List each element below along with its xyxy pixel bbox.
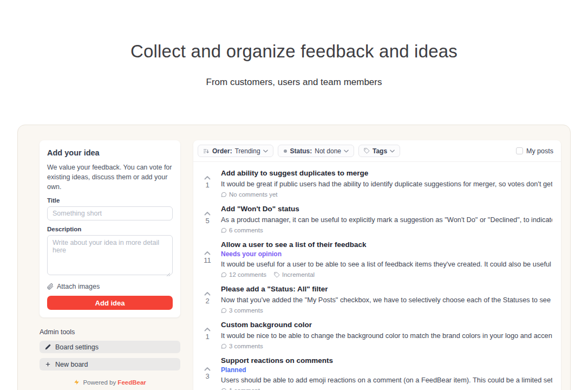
filter-bar: Order: Trending Status: Not done Tags My… [193, 140, 561, 162]
status-filter-button[interactable]: Status: Not done [278, 145, 354, 157]
upvote-control[interactable]: 11 [198, 240, 217, 278]
post-title[interactable]: Allow a user to see a list of their feed… [221, 240, 552, 249]
post-excerpt: Now that you've added the "My Posts" che… [221, 296, 552, 304]
post-excerpt: It would be great if public users had th… [221, 180, 552, 188]
post-title[interactable]: Support reactions on comments [221, 356, 552, 365]
order-filter-value: Trending [235, 147, 260, 155]
post-item: 3 Support reactions on comments Planned … [198, 356, 552, 390]
status-badge: Needs your opinion [221, 251, 552, 257]
hero-section: Collect and organize feedback and ideas … [0, 0, 588, 88]
comments-count: 6 comments [229, 227, 263, 233]
upvote-icon [204, 327, 211, 332]
paperclip-icon [47, 283, 54, 290]
pencil-icon [45, 344, 51, 350]
post-excerpt: It would be nice to be able to change th… [221, 332, 552, 340]
lightning-icon [74, 379, 80, 385]
my-posts-checkbox[interactable] [516, 147, 523, 154]
tag-icon [274, 272, 280, 278]
comment-icon [221, 192, 227, 198]
comment-icon [221, 272, 227, 278]
post-meta: 1 comment [221, 387, 552, 390]
feedback-list-panel: Order: Trending Status: Not done Tags My… [193, 140, 561, 390]
post-title[interactable]: Add ability to suggest duplicates to mer… [221, 169, 552, 177]
comments-meta[interactable]: 3 comments [221, 343, 263, 349]
post-item: 1 Custom background color It would be ni… [198, 321, 552, 349]
new-board-label: New board [55, 361, 88, 368]
add-idea-button[interactable]: Add idea [47, 296, 173, 310]
upvote-icon [204, 251, 211, 255]
form-description: We value your feedback. You can vote for… [47, 162, 173, 192]
post-title[interactable]: Please add a "Status: All" filter [221, 285, 552, 293]
comment-icon [221, 343, 227, 349]
comments-count: 3 comments [229, 307, 263, 314]
title-input[interactable] [47, 206, 173, 220]
vote-count: 11 [204, 256, 211, 264]
description-textarea[interactable] [47, 235, 173, 275]
status-badge: Planned [221, 367, 552, 373]
post-title[interactable]: Add "Won't Do" status [221, 205, 552, 213]
comment-icon [221, 388, 227, 390]
upvote-icon [204, 291, 211, 296]
tag-icon [364, 148, 370, 154]
upvote-control[interactable]: 2 [198, 285, 217, 314]
vote-count: 3 [205, 372, 209, 380]
post-excerpt: Users should be able to add emoji reacti… [221, 376, 552, 384]
feedbear-brand-link[interactable]: FeedBear [117, 379, 146, 386]
comments-count: 1 comment [229, 387, 260, 390]
upvote-icon [204, 211, 211, 216]
post-item: 5 Add "Won't Do" status As a product man… [198, 205, 552, 233]
vote-count: 1 [205, 333, 209, 341]
new-board-button[interactable]: New board [40, 358, 180, 370]
tags-filter-button[interactable]: Tags [358, 145, 400, 157]
tag-label: Incremental [282, 271, 315, 278]
powered-by-text: Powered by [83, 379, 116, 386]
title-label: Title [47, 197, 173, 204]
attach-images-label: Attach images [57, 283, 100, 290]
vote-count: 1 [205, 181, 209, 189]
tags-filter-label: Tags [373, 147, 387, 155]
board-settings-button[interactable]: Board settings [40, 341, 180, 353]
board-settings-label: Board settings [55, 343, 99, 351]
comments-meta[interactable]: 6 comments [221, 227, 263, 233]
status-filter-label: Status: [290, 147, 312, 155]
upvote-control[interactable]: 1 [198, 321, 217, 349]
comments-meta[interactable]: 3 comments [221, 307, 263, 314]
upvote-control[interactable]: 3 [198, 356, 217, 390]
post-meta: 12 comments Incremental [221, 271, 552, 278]
description-label: Description [47, 226, 173, 232]
upvote-icon [204, 367, 211, 371]
my-posts-label: My posts [526, 147, 553, 155]
post-meta: 3 comments [221, 343, 552, 349]
upvote-control[interactable]: 1 [198, 169, 217, 198]
comments-meta[interactable]: 1 comment [221, 387, 260, 390]
status-filter-value: Not done [315, 147, 341, 155]
sidebar: Add your idea We value your feedback. Yo… [40, 140, 180, 386]
tag-chip[interactable]: Incremental [274, 271, 315, 278]
powered-by-footer: Powered by FeedBear [40, 379, 180, 386]
post-meta: 3 comments [221, 307, 552, 314]
post-title[interactable]: Custom background color [221, 321, 552, 329]
form-heading: Add your idea [47, 148, 173, 157]
comment-icon [221, 308, 227, 314]
comments-meta[interactable]: 12 comments [221, 271, 266, 278]
order-filter-label: Order: [212, 147, 232, 155]
plus-icon [45, 361, 51, 367]
attach-images-button[interactable]: Attach images [47, 283, 173, 290]
status-dot-icon [283, 149, 288, 153]
comments-count: 12 comments [229, 271, 266, 278]
post-item: 1 Add ability to suggest duplicates to m… [198, 169, 552, 198]
post-excerpt: As a product manager, it can be useful t… [221, 216, 552, 224]
order-filter-button[interactable]: Order: Trending [198, 145, 273, 157]
post-meta: 6 comments [221, 227, 552, 233]
post-list: 1 Add ability to suggest duplicates to m… [193, 162, 561, 390]
add-idea-form: Add your idea We value your feedback. Yo… [40, 140, 180, 317]
upvote-control[interactable]: 5 [198, 205, 217, 233]
my-posts-toggle[interactable]: My posts [516, 147, 553, 155]
resize-handle-icon[interactable] [166, 272, 171, 277]
upvote-icon [204, 176, 211, 180]
comments-meta[interactable]: No comments yet [221, 191, 277, 198]
post-item: 2 Please add a "Status: All" filter Now … [198, 285, 552, 314]
comments-count: No comments yet [229, 191, 277, 198]
post-excerpt: It would be useful for a user to be able… [221, 261, 552, 268]
chevron-down-icon [344, 150, 349, 153]
